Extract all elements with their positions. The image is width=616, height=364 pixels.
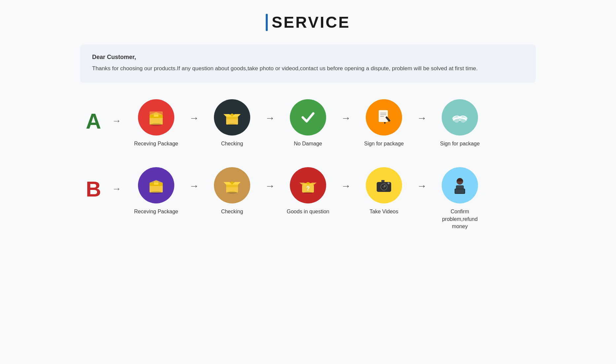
svg-point-47: [388, 182, 390, 184]
notice-box: Dear Customer, Thanks for choosing our p…: [80, 45, 536, 83]
svg-point-28: [150, 191, 162, 194]
step-b2: Checking: [202, 167, 262, 215]
label-b2: Checking: [221, 208, 243, 215]
label-a4: Sign for package: [364, 140, 404, 147]
arrow-a-start: →: [107, 116, 126, 126]
svg-point-12: [227, 124, 237, 126]
svg-rect-3: [154, 115, 158, 117]
step-b5: Confirm problem,refund money: [430, 167, 490, 230]
icon-b3: ?: [290, 167, 326, 203]
icon-a2: [214, 99, 250, 136]
step-a4: Sign for package: [354, 99, 414, 147]
label-a3: No Damage: [294, 140, 322, 147]
svg-text:?: ?: [306, 185, 310, 192]
label-a2: Checking: [221, 140, 243, 147]
step-b3: ? Goods in question: [278, 167, 338, 215]
step-a5: Sign for package: [430, 99, 490, 147]
arrow-b1: →: [186, 180, 202, 192]
icon-a4: [366, 99, 402, 136]
svg-point-45: [384, 185, 386, 187]
label-a5: Sign for package: [440, 140, 480, 147]
svg-rect-26: [154, 183, 158, 185]
step-a3: No Damage: [278, 99, 338, 147]
arrow-b4: →: [414, 180, 430, 192]
page-title: SERVICE: [272, 13, 350, 31]
svg-rect-5: [150, 111, 163, 115]
arrow-a4: →: [414, 112, 430, 124]
row-letter-a: A: [80, 109, 107, 134]
icon-b2: [214, 167, 250, 203]
icon-a5: [442, 99, 478, 136]
svg-rect-46: [381, 180, 385, 182]
svg-rect-11: [226, 117, 238, 119]
arrow-b2: →: [262, 180, 278, 192]
arrow-a1: →: [186, 112, 202, 124]
svg-point-34: [227, 192, 237, 194]
page-header: SERVICE: [266, 13, 350, 31]
arrow-b3: →: [338, 180, 354, 192]
label-b5: Confirm problem,refund money: [433, 208, 486, 230]
step-a2: Checking: [202, 99, 262, 147]
flow-steps-b: Receving Package → Checking →: [126, 167, 536, 230]
svg-rect-33: [226, 185, 238, 187]
svg-point-40: [303, 192, 313, 194]
flow-steps-a: Receving Package →: [126, 99, 536, 147]
flow-section: A → Recevin: [80, 99, 536, 230]
icon-a1: [138, 99, 174, 136]
svg-marker-27: [150, 180, 163, 183]
icon-b4: [366, 167, 402, 203]
icon-a3: [290, 99, 326, 136]
step-a1: Receving Package: [126, 99, 186, 147]
notice-text: Thanks for choosing our products.If any …: [92, 64, 524, 74]
arrow-b-start: →: [107, 184, 126, 194]
step-b4: Take Videos: [354, 167, 414, 215]
notice-dear: Dear Customer,: [92, 54, 524, 61]
arrow-a2: →: [262, 112, 278, 124]
svg-rect-51: [455, 189, 464, 193]
flow-row-b: B → Receving Package →: [80, 167, 536, 230]
flow-row-a: A → Recevin: [80, 99, 536, 147]
step-b1: Receving Package: [126, 167, 186, 215]
label-b4: Take Videos: [370, 208, 398, 215]
arrow-a3: →: [338, 112, 354, 124]
title-accent-bar: [266, 14, 268, 31]
svg-point-6: [150, 123, 162, 126]
label-b3: Goods in question: [287, 208, 329, 215]
icon-b5: [442, 167, 478, 203]
label-b1: Receving Package: [134, 208, 178, 215]
row-letter-b: B: [80, 177, 107, 201]
label-a1: Receving Package: [134, 140, 178, 147]
icon-b1: [138, 167, 174, 203]
svg-marker-18: [384, 122, 386, 124]
